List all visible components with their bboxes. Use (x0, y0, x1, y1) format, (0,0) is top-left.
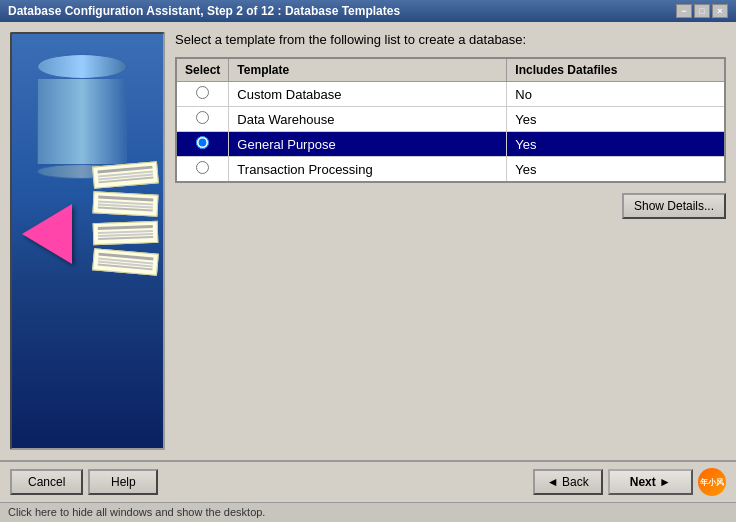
paper-3 (93, 221, 159, 245)
bottom-status-bar: Click here to hide all windows and show … (0, 502, 736, 522)
datafiles-cell: Yes (507, 107, 725, 132)
datafiles-cell: No (507, 82, 725, 107)
right-content: Select a template from the following lis… (175, 32, 726, 450)
status-text: Click here to hide all windows and show … (8, 506, 265, 518)
main-window: Select a template from the following lis… (0, 22, 736, 522)
radio-cell[interactable] (176, 107, 229, 132)
paper-1 (92, 161, 159, 189)
next-button[interactable]: Next ► (608, 469, 693, 495)
back-arrow-icon: ◄ (547, 475, 562, 489)
template-radio[interactable] (196, 111, 209, 124)
template-radio[interactable] (196, 136, 209, 149)
template-radio[interactable] (196, 161, 209, 174)
header-datafiles: Includes Datafiles (507, 58, 725, 82)
cylinder-top (37, 54, 127, 79)
show-details-button[interactable]: Show Details... (622, 193, 726, 219)
close-button[interactable]: × (712, 4, 728, 18)
template-name-cell[interactable]: Transaction Processing (229, 157, 507, 183)
header-template: Template (229, 58, 507, 82)
maximize-button[interactable]: □ (694, 4, 710, 18)
help-button[interactable]: Help (88, 469, 158, 495)
table-row: Data WarehouseYes (176, 107, 725, 132)
title-text: Database Configuration Assistant, Step 2… (8, 4, 400, 18)
oracle-logo: 年小风 (698, 468, 726, 496)
details-area: Show Details... (175, 188, 726, 224)
window-controls: − □ × (676, 4, 728, 18)
template-name-cell[interactable]: Custom Database (229, 82, 507, 107)
title-bar: Database Configuration Assistant, Step 2… (0, 0, 736, 22)
radio-cell[interactable] (176, 157, 229, 183)
template-table: Select Template Includes Datafiles Custo… (175, 57, 726, 183)
paper-2 (92, 191, 158, 216)
radio-cell[interactable] (176, 132, 229, 157)
header-select: Select (176, 58, 229, 82)
bottom-left-buttons: Cancel Help (10, 469, 158, 495)
paper-4 (92, 248, 159, 276)
template-name-cell[interactable]: Data Warehouse (229, 107, 507, 132)
datafiles-cell: Yes (507, 157, 725, 183)
next-arrow-icon: ► (656, 475, 671, 489)
cancel-button[interactable]: Cancel (10, 469, 83, 495)
cylinder-body (37, 79, 127, 164)
papers-decoration (93, 164, 158, 273)
datafiles-cell: Yes (507, 132, 725, 157)
back-button[interactable]: ◄ Back (533, 469, 603, 495)
table-row: General PurposeYes (176, 132, 725, 157)
template-name-cell[interactable]: General Purpose (229, 132, 507, 157)
content-area: Select a template from the following lis… (0, 22, 736, 460)
minimize-button[interactable]: − (676, 4, 692, 18)
bottom-right-buttons: ◄ Back Next ► 年小风 (533, 468, 726, 496)
table-row: Custom DatabaseNo (176, 82, 725, 107)
template-radio[interactable] (196, 86, 209, 99)
left-panel (10, 32, 165, 450)
table-header-row: Select Template Includes Datafiles (176, 58, 725, 82)
table-row: Transaction ProcessingYes (176, 157, 725, 183)
arrow-decoration (22, 204, 72, 264)
radio-cell[interactable] (176, 82, 229, 107)
bottom-bar: Cancel Help ◄ Back Next ► 年小风 (0, 460, 736, 502)
instruction-text: Select a template from the following lis… (175, 32, 726, 47)
database-icon (37, 54, 127, 164)
